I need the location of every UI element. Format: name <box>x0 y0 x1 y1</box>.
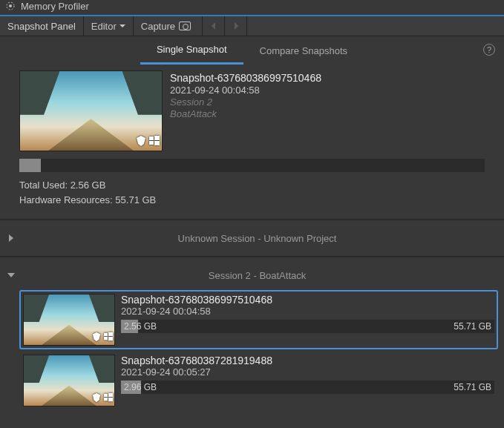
snapshot-detail: Snapshot-637680386997510468 2021-09-24 0… <box>0 70 504 151</box>
camera-icon <box>179 22 191 30</box>
usage-bar <box>19 159 485 172</box>
windows-icon <box>148 135 160 149</box>
session-header[interactable]: Unknown Session - Unknown Project <box>6 225 498 251</box>
tab-compare-snapshots[interactable]: Compare Snapshots <box>243 42 364 64</box>
svg-rect-8 <box>104 337 108 340</box>
svg-rect-9 <box>108 337 113 340</box>
capture-label: Capture <box>141 21 175 32</box>
unity-icon <box>135 135 147 149</box>
unity-icon <box>91 332 102 344</box>
svg-rect-6 <box>104 333 108 336</box>
usage-bar-fill <box>19 159 41 172</box>
tab-single-snapshot[interactable]: Single Snapshot <box>140 41 243 65</box>
nav-forward-button[interactable] <box>225 16 247 36</box>
snapshot-row-total: 55.71 GB <box>454 321 491 332</box>
disclosure-down-icon <box>6 272 16 278</box>
snapshot-name: Snapshot-637680386997510468 <box>170 72 321 84</box>
svg-rect-11 <box>108 393 113 397</box>
usage-stats: Total Used: 2.56 GB Hardware Resources: … <box>0 178 504 207</box>
snapshot-row-total: 55.71 GB <box>454 382 491 392</box>
snapshot-thumbnail <box>23 355 115 406</box>
snapshot-row-name: Snapshot-637680386997510468 <box>121 294 494 306</box>
snapshot-detail-text: Snapshot-637680386997510468 2021-09-24 0… <box>170 70 321 151</box>
panel-label: Snapshot Panel <box>0 16 84 36</box>
session-section-unknown: Unknown Session - Unknown Project <box>0 220 504 256</box>
snapshot-row-date: 2021-09-24 00:05:27 <box>121 366 494 378</box>
nav-back-button[interactable] <box>203 16 225 36</box>
help-icon[interactable]: ? <box>483 44 495 56</box>
session-section-boatattack: Session 2 - BoatAttack Snapshot-63768038… <box>0 257 504 416</box>
session-header[interactable]: Session 2 - BoatAttack <box>6 262 498 289</box>
snapshot-row[interactable]: Snapshot-637680387281919488 2021-09-24 0… <box>19 351 498 410</box>
session-title: Session 2 - BoatAttack <box>16 270 498 281</box>
capture-dropdown[interactable]: Capture <box>134 16 203 36</box>
snapshot-thumbnail <box>23 294 115 346</box>
session-title: Unknown Session - Unknown Project <box>16 233 498 244</box>
unity-icon <box>91 392 102 405</box>
svg-rect-10 <box>104 394 108 397</box>
toolbar: Snapshot Panel Editor Capture <box>0 16 504 36</box>
svg-rect-7 <box>108 332 113 336</box>
svg-rect-13 <box>108 398 113 401</box>
snapshot-row-used: 2.96 GB <box>124 382 157 392</box>
total-used-label: Total Used: 2.56 GB <box>19 178 485 193</box>
memory-profiler-icon <box>4 0 16 12</box>
snapshot-row[interactable]: Snapshot-637680386997510468 2021-09-24 0… <box>19 290 498 349</box>
snapshot-row-usage-bar: 2.56 GB 55.71 GB <box>121 320 494 333</box>
editor-dropdown-label: Editor <box>91 21 117 32</box>
window-title: Memory Profiler <box>21 1 89 12</box>
toolbar-spacer <box>247 16 504 36</box>
svg-rect-3 <box>154 136 160 140</box>
disclosure-right-icon <box>6 234 16 242</box>
windows-icon <box>103 332 114 344</box>
chevron-down-icon <box>120 24 125 27</box>
snapshot-row-name: Snapshot-637680387281919488 <box>121 355 494 366</box>
snapshot-row-usage-bar: 2.96 GB 55.71 GB <box>121 381 494 394</box>
svg-point-1 <box>9 4 12 7</box>
snapshot-session: Session 2 <box>170 96 321 108</box>
tab-strip: Single Snapshot Compare Snapshots ? <box>0 36 504 69</box>
editor-dropdown[interactable]: Editor <box>84 16 134 36</box>
snapshot-date: 2021-09-24 00:04:58 <box>170 85 321 96</box>
svg-rect-4 <box>149 141 154 145</box>
snapshot-row-used: 2.56 GB <box>124 321 157 332</box>
hardware-resources-label: Hardware Resources: 55.71 GB <box>19 193 485 208</box>
svg-rect-12 <box>104 398 108 401</box>
svg-rect-2 <box>149 136 154 140</box>
snapshot-row-date: 2021-09-24 00:04:58 <box>121 306 494 317</box>
snapshot-project: BoatAttack <box>170 108 321 119</box>
snapshot-thumbnail <box>19 70 163 151</box>
window-titlebar: Memory Profiler <box>0 0 504 16</box>
svg-rect-5 <box>154 141 160 145</box>
windows-icon <box>103 392 114 405</box>
